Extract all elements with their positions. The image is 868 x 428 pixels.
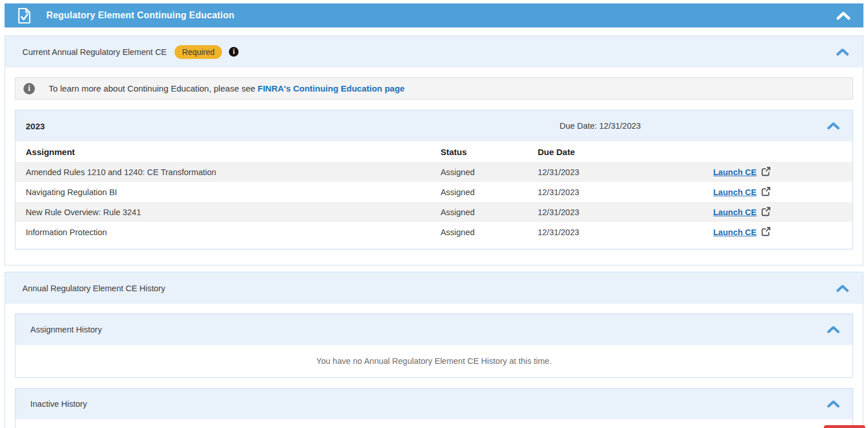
finra-continuing-education-link[interactable]: FINRA's Continuing Education page — [257, 84, 405, 93]
year-2023-panel: 2023 Due Date: 12/31/2023 Assignment Sta… — [15, 110, 853, 249]
assignment-history-header[interactable]: Assignment History — [15, 314, 853, 345]
info-tooltip-icon[interactable] — [229, 47, 239, 57]
assignment-history-empty-message: You have no Annual Regulatory Element CE… — [15, 345, 853, 377]
launch-ce-link[interactable]: Launch CE — [714, 228, 757, 237]
col-assignment: Assignment — [26, 147, 441, 157]
table-row: Navigating Regulation BI Assigned 12/31/… — [15, 182, 853, 202]
collapse-chevron-icon[interactable] — [827, 122, 840, 130]
table-row: New Rule Overview: Rule 3241 Assigned 12… — [15, 202, 853, 222]
assignment-status: Assigned — [441, 228, 538, 237]
collapse-chevron-icon[interactable] — [836, 48, 849, 56]
assignment-name: New Rule Overview: Rule 3241 — [26, 208, 441, 217]
current-ce-body: To learn more about Continuing Education… — [5, 68, 863, 265]
document-check-icon — [17, 7, 31, 24]
table-header-row: Assignment Status Due Date — [15, 141, 853, 162]
external-link-icon[interactable] — [761, 207, 771, 218]
feedback-button-partial[interactable] — [824, 425, 865, 428]
history-section-header[interactable]: Annual Regulatory Element CE History — [5, 272, 863, 304]
year-panel-header[interactable]: 2023 Due Date: 12/31/2023 — [15, 110, 853, 141]
assignment-name: Information Protection — [26, 228, 441, 237]
inactive-history-panel: Inactive History — [15, 388, 853, 428]
collapse-chevron-icon[interactable] — [827, 400, 840, 408]
assignment-status: Assigned — [441, 188, 538, 197]
inactive-history-title: Inactive History — [30, 399, 87, 409]
inactive-history-body — [15, 419, 853, 428]
launch-ce-link[interactable]: Launch CE — [714, 208, 757, 217]
history-section: Annual Regulatory Element CE History Ass… — [5, 272, 863, 428]
info-banner: To learn more about Continuing Education… — [15, 77, 853, 100]
table-row: Amended Rules 1210 and 1240: CE Transfor… — [15, 162, 853, 182]
assignment-due-date: 12/31/2023 — [538, 228, 714, 237]
current-ce-title: Current Annual Regulatory Element CE — [22, 47, 167, 57]
external-link-icon[interactable] — [761, 227, 771, 238]
col-status: Status — [441, 147, 538, 157]
assignment-status: Assigned — [441, 208, 538, 217]
info-banner-text: To learn more about Continuing Education… — [49, 84, 405, 93]
current-ce-section-header[interactable]: Current Annual Regulatory Element CE Req… — [5, 36, 863, 68]
collapse-chevron-icon[interactable] — [836, 284, 849, 292]
history-title: Annual Regulatory Element CE History — [22, 284, 165, 293]
page-title: Regulatory Element Continuing Education — [46, 10, 235, 21]
table-row: Information Protection Assigned 12/31/20… — [15, 222, 853, 242]
year-label: 2023 — [26, 121, 45, 131]
assignment-due-date: 12/31/2023 — [538, 168, 714, 177]
external-link-icon[interactable] — [761, 187, 771, 198]
panel-due-date: Due Date: 12/31/2023 — [560, 121, 641, 130]
assignment-due-date: 12/31/2023 — [538, 208, 714, 217]
inactive-history-header[interactable]: Inactive History — [15, 389, 853, 419]
main-section-header[interactable]: Regulatory Element Continuing Education — [5, 3, 863, 27]
current-ce-section: Current Annual Regulatory Element CE Req… — [5, 35, 863, 265]
launch-ce-link[interactable]: Launch CE — [714, 168, 757, 177]
history-body: Assignment History You have no Annual Re… — [5, 304, 863, 428]
launch-ce-link[interactable]: Launch CE — [714, 188, 757, 197]
collapse-chevron-icon[interactable] — [836, 11, 851, 20]
col-due-date: Due Date — [538, 147, 714, 157]
assignment-history-panel: Assignment History You have no Annual Re… — [15, 314, 853, 378]
external-link-icon[interactable] — [761, 167, 771, 178]
page: Regulatory Element Continuing Education … — [0, 0, 868, 428]
info-icon — [23, 83, 35, 94]
collapse-chevron-icon[interactable] — [827, 326, 840, 334]
assignment-history-title: Assignment History — [30, 325, 102, 334]
assignment-name: Amended Rules 1210 and 1240: CE Transfor… — [26, 168, 441, 177]
assignment-name: Navigating Regulation BI — [26, 188, 441, 197]
required-badge: Required — [175, 45, 222, 59]
assignments-table: Assignment Status Due Date Amended Rules… — [15, 141, 853, 249]
assignment-status: Assigned — [441, 168, 538, 177]
assignment-due-date: 12/31/2023 — [538, 188, 714, 197]
